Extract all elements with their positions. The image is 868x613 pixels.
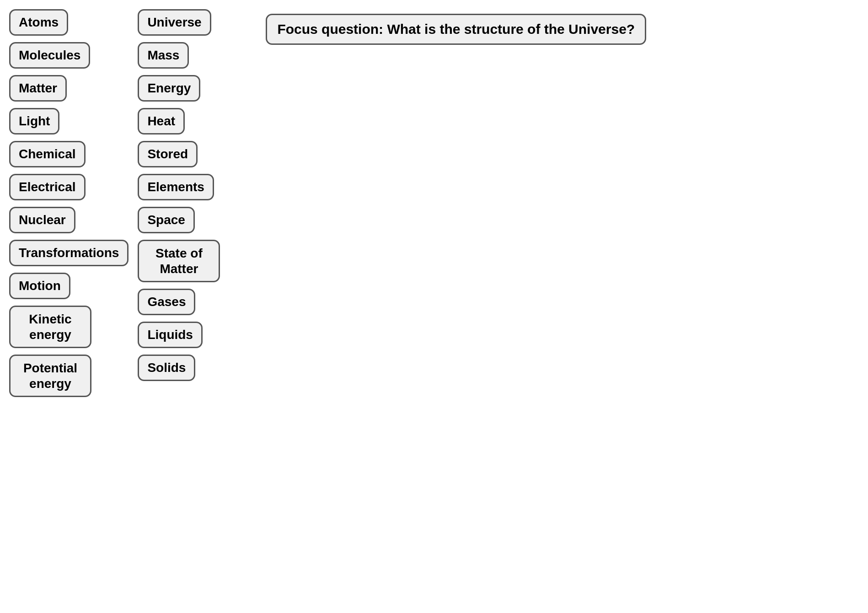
- column-1: AtomsMoleculesMatterLightChemicalElectri…: [9, 9, 129, 397]
- tag-col1-2[interactable]: Matter: [9, 75, 67, 102]
- tag-col2-0[interactable]: Universe: [138, 9, 211, 36]
- tag-col1-7[interactable]: Transformations: [9, 240, 129, 266]
- tag-col1-10[interactable]: Potential energy: [9, 355, 91, 397]
- right-area: Focus question: What is the structure of…: [238, 14, 646, 45]
- tag-col2-2[interactable]: Energy: [138, 75, 200, 102]
- main-container: AtomsMoleculesMatterLightChemicalElectri…: [9, 9, 859, 397]
- tag-col2-8[interactable]: Gases: [138, 289, 195, 315]
- tag-col2-5[interactable]: Elements: [138, 174, 214, 200]
- tag-col2-6[interactable]: Space: [138, 207, 195, 233]
- tag-col1-9[interactable]: Kinetic energy: [9, 306, 91, 348]
- columns-area: AtomsMoleculesMatterLightChemicalElectri…: [9, 9, 220, 397]
- tag-col1-1[interactable]: Molecules: [9, 42, 90, 69]
- tag-col2-7[interactable]: State of Matter: [138, 240, 220, 282]
- tag-col2-1[interactable]: Mass: [138, 42, 189, 69]
- tag-col1-6[interactable]: Nuclear: [9, 207, 75, 233]
- tag-col2-10[interactable]: Solids: [138, 355, 195, 381]
- column-2: UniverseMassEnergyHeatStoredElementsSpac…: [138, 9, 220, 381]
- tag-col2-3[interactable]: Heat: [138, 108, 185, 134]
- tag-col1-4[interactable]: Chemical: [9, 141, 86, 167]
- tag-col1-5[interactable]: Electrical: [9, 174, 86, 200]
- tag-col1-3[interactable]: Light: [9, 108, 59, 134]
- tag-col1-0[interactable]: Atoms: [9, 9, 68, 36]
- tag-col2-4[interactable]: Stored: [138, 141, 198, 167]
- focus-question-box: Focus question: What is the structure of…: [266, 14, 646, 45]
- tag-col1-8[interactable]: Motion: [9, 273, 70, 299]
- tag-col2-9[interactable]: Liquids: [138, 322, 203, 348]
